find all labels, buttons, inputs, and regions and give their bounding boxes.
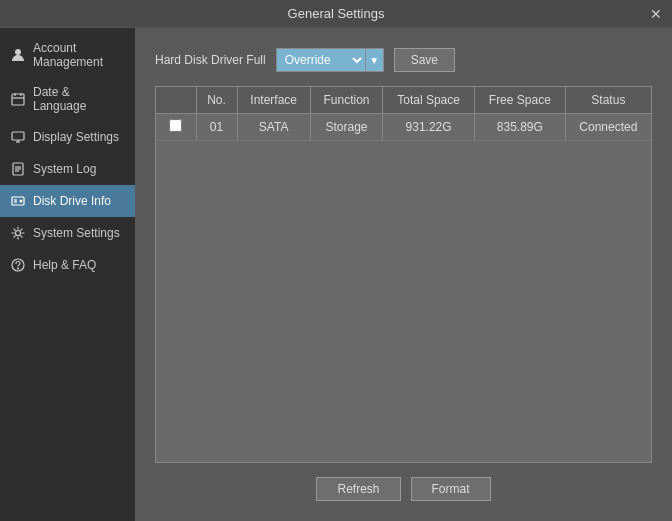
hard-disk-label: Hard Disk Driver Full xyxy=(155,53,266,67)
col-function: Function xyxy=(310,87,382,114)
disk-table-container: No. Interface Function Total Space Free … xyxy=(155,86,652,463)
sidebar-item-account-management[interactable]: Account Management xyxy=(0,33,135,77)
calendar-icon xyxy=(10,91,26,107)
disk-icon xyxy=(10,193,26,209)
sidebar-item-label: Help & FAQ xyxy=(33,258,96,272)
row-no: 01 xyxy=(196,114,237,141)
row-checkbox[interactable] xyxy=(169,119,182,132)
sidebar-item-date-language[interactable]: Date & Language xyxy=(0,77,135,121)
help-icon xyxy=(10,257,26,273)
svg-point-0 xyxy=(15,49,21,55)
col-total-space: Total Space xyxy=(383,87,475,114)
row-interface: SATA xyxy=(237,114,310,141)
main-window: General Settings ✕ Account Management xyxy=(0,0,672,521)
col-no-label: No. xyxy=(196,87,237,114)
sidebar-item-system-settings[interactable]: System Settings xyxy=(0,217,135,249)
window-body: Account Management Date & Language xyxy=(0,28,672,521)
table-row: 01 SATA Storage 931.22G 835.89G Connecte… xyxy=(156,114,651,141)
table-header-row: No. Interface Function Total Space Free … xyxy=(156,87,651,114)
sidebar: Account Management Date & Language xyxy=(0,28,135,521)
row-free-space: 835.89G xyxy=(474,114,565,141)
col-status: Status xyxy=(565,87,651,114)
svg-point-16 xyxy=(16,231,21,236)
sidebar-item-help-faq[interactable]: Help & FAQ xyxy=(0,249,135,281)
close-button[interactable]: ✕ xyxy=(650,7,662,21)
refresh-button[interactable]: Refresh xyxy=(316,477,400,501)
bottom-row: Refresh Format xyxy=(155,477,652,506)
svg-rect-1 xyxy=(12,94,24,105)
main-content: Hard Disk Driver Full Override ▼ Save No… xyxy=(135,28,672,521)
svg-point-18 xyxy=(18,268,19,269)
row-total-space: 931.22G xyxy=(383,114,475,141)
dropdown-wrapper: Override ▼ xyxy=(276,48,384,72)
sidebar-item-system-log[interactable]: System Log xyxy=(0,153,135,185)
top-row: Hard Disk Driver Full Override ▼ Save xyxy=(155,48,652,72)
disk-table: No. Interface Function Total Space Free … xyxy=(156,87,651,141)
svg-point-13 xyxy=(20,200,23,203)
sidebar-item-display-settings[interactable]: Display Settings xyxy=(0,121,135,153)
settings-icon xyxy=(10,225,26,241)
col-no xyxy=(156,87,196,114)
person-icon xyxy=(10,47,26,63)
sidebar-item-label: Date & Language xyxy=(33,85,125,113)
row-checkbox-cell xyxy=(156,114,196,141)
window-title: General Settings xyxy=(288,6,385,21)
row-status: Connected xyxy=(565,114,651,141)
svg-rect-5 xyxy=(12,132,24,140)
log-icon xyxy=(10,161,26,177)
sidebar-item-disk-drive-info[interactable]: Disk Drive Info xyxy=(0,185,135,217)
sidebar-item-label: System Settings xyxy=(33,226,120,240)
col-interface: Interface xyxy=(237,87,310,114)
col-free-space: Free Space xyxy=(474,87,565,114)
sidebar-item-label: Disk Drive Info xyxy=(33,194,111,208)
hard-disk-full-dropdown[interactable]: Override xyxy=(276,48,366,72)
sidebar-item-label: Display Settings xyxy=(33,130,119,144)
format-button[interactable]: Format xyxy=(411,477,491,501)
row-function: Storage xyxy=(310,114,382,141)
sidebar-item-label: Account Management xyxy=(33,41,125,69)
save-button[interactable]: Save xyxy=(394,48,455,72)
title-bar: General Settings ✕ xyxy=(0,0,672,28)
dropdown-arrow-icon[interactable]: ▼ xyxy=(366,48,384,72)
display-icon xyxy=(10,129,26,145)
sidebar-item-label: System Log xyxy=(33,162,96,176)
